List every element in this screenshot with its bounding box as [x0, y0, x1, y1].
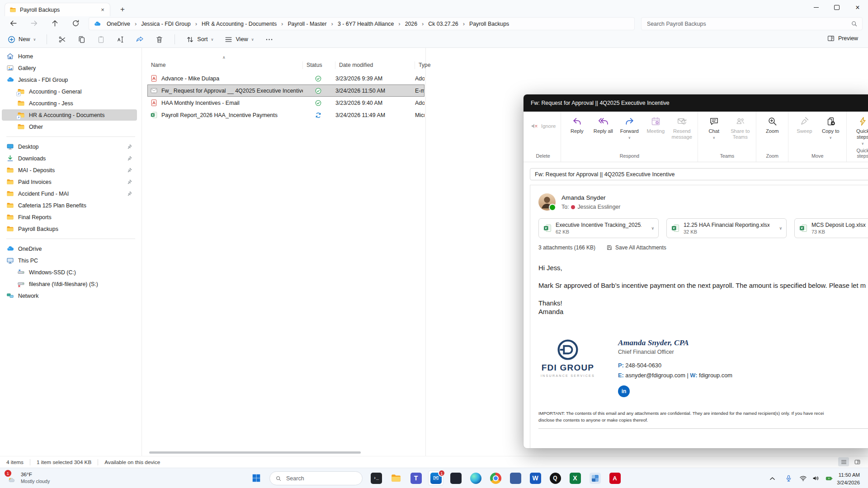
- sidebar-item-cafeteria-125-plan-benefits[interactable]: Cafeteria 125 Plan Benefits: [2, 200, 137, 211]
- signature-email[interactable]: asnyder@fdigroup.com: [625, 372, 685, 379]
- refresh-button[interactable]: [70, 18, 81, 29]
- sidebar-item-gallery[interactable]: Gallery: [2, 62, 137, 74]
- breadcrumb-item-2026[interactable]: 2026: [403, 20, 420, 28]
- volume-icon[interactable]: [812, 474, 820, 482]
- taskbar-app-teams-icon[interactable]: T: [409, 471, 423, 485]
- recipient-name[interactable]: Jessica Esslinger: [577, 204, 620, 210]
- chevron-down-icon[interactable]: ∨: [651, 226, 654, 230]
- taskbar-app-app-blue-icon[interactable]: [508, 471, 523, 485]
- sidebar-item-fileshare-fdi-fileshare-s[interactable]: fileshare (\\fdi-fileshare) (S:): [2, 278, 137, 290]
- breadcrumb-item-payroll-backups[interactable]: Payroll Backups: [467, 20, 511, 28]
- sidebar-item-hr-accounting-documents[interactable]: ↗HR & Accounting - Documents: [2, 109, 137, 121]
- sidebar-item-this-pc[interactable]: This PC: [2, 255, 137, 266]
- hidden-icons-chevron[interactable]: [769, 475, 776, 483]
- taskbar-app-app-dark-icon[interactable]: [448, 471, 463, 485]
- back-button[interactable]: [7, 18, 19, 29]
- up-button[interactable]: [49, 18, 61, 29]
- sender-name[interactable]: Amanda Snyder: [561, 194, 620, 201]
- file-row-fw-request-for-approval-4q2025-executive-incentive[interactable]: Fw_ Request for Approval __ 4Q2025 Execu…: [147, 84, 425, 97]
- view-details-toggle[interactable]: [852, 457, 863, 466]
- sidebar-item-accident-fund-mai[interactable]: Accident Fund - MAI: [2, 188, 137, 199]
- column-header-type[interactable]: Type: [415, 61, 430, 69]
- taskbar-app-acrobat-icon[interactable]: A: [608, 471, 622, 485]
- sidebar-item-accounting-jess[interactable]: Accounting - Jess: [2, 98, 137, 109]
- new-tab-button[interactable]: +: [117, 4, 128, 15]
- ribbon-reply-all-button[interactable]: Reply all: [590, 116, 616, 134]
- breadcrumb-item-onedrive[interactable]: OneDrive: [104, 20, 132, 28]
- column-header-status[interactable]: Status: [303, 61, 335, 69]
- sidebar-item-home[interactable]: Home: [2, 51, 137, 62]
- share-button[interactable]: [136, 35, 144, 44]
- file-row-advance-mike-dulapa[interactable]: Advance - Mike Dulapa3/23/2026 9:39 AMAd…: [147, 72, 425, 84]
- cut-button[interactable]: [58, 35, 66, 44]
- sidebar-item-desktop[interactable]: Desktop: [2, 141, 137, 152]
- pane-divider[interactable]: [142, 48, 142, 456]
- chevron-down-icon[interactable]: ∨: [779, 226, 782, 230]
- search-input[interactable]: [646, 20, 851, 28]
- taskbar-app-file-explorer-icon[interactable]: [389, 471, 403, 485]
- attachment-12-25-haa-financial-reporting-xlsx[interactable]: 12.25 HAA Financial Reporting.xlsx32 KB∨: [666, 218, 787, 238]
- preview-pane-divider[interactable]: [425, 48, 426, 456]
- wifi-icon[interactable]: [799, 474, 807, 482]
- ribbon-forward-button[interactable]: Forward∨: [617, 116, 642, 140]
- sidebar-item-jessica-fdi-group[interactable]: Jessica - FDI Group: [2, 74, 137, 85]
- start-button[interactable]: [251, 473, 261, 483]
- breadcrumb-item-ck-03-27-26[interactable]: Ck 03.27.26: [426, 20, 460, 28]
- sidebar-item-onedrive[interactable]: OneDrive: [2, 243, 137, 254]
- ribbon-chat-button[interactable]: Chat∨: [701, 116, 726, 140]
- sort-button[interactable]: Sort ∨: [186, 35, 213, 44]
- breadcrumb-item-jessica-fdi-group[interactable]: Jessica - FDI Group: [139, 20, 193, 28]
- explorer-tab[interactable]: Payroll Backups ×: [5, 3, 110, 16]
- sidebar-item-downloads[interactable]: Downloads: [2, 153, 137, 164]
- file-row-haa-monthly-incentives-email[interactable]: HAA Monthly Incentives - Email3/23/2026 …: [147, 97, 425, 109]
- taskbar-app-edge-icon[interactable]: [468, 471, 483, 485]
- taskbar-clock[interactable]: 11:50 AM 3/24/2026: [837, 471, 860, 486]
- rename-button[interactable]: [116, 35, 125, 44]
- sidebar-item-windows-ssd-c[interactable]: Windows-SSD (C:): [2, 267, 137, 278]
- signature-website[interactable]: fdigroup.com: [699, 372, 732, 379]
- taskbar-app-word-icon[interactable]: W: [528, 471, 542, 485]
- preview-toggle-button[interactable]: Preview: [827, 34, 858, 42]
- sidebar-item-accounting-general[interactable]: ↗Accounting - General: [2, 86, 137, 97]
- sidebar-item-mai-deposits[interactable]: MAI - Deposits: [2, 164, 137, 176]
- battery-icon[interactable]: [824, 475, 835, 482]
- view-button[interactable]: View ∨: [224, 35, 254, 44]
- delete-button[interactable]: [155, 35, 164, 44]
- forward-button[interactable]: [28, 18, 40, 29]
- breadcrumb-item-payroll-master[interactable]: Payroll - Master: [285, 20, 329, 28]
- view-list-toggle[interactable]: [838, 457, 849, 466]
- sidebar-item-final-reports[interactable]: Final Reports: [2, 211, 137, 223]
- sidebar-item-paid-invoices[interactable]: Paid Invoices: [2, 176, 137, 188]
- taskbar-app-excel-icon[interactable]: X: [568, 471, 582, 485]
- taskbar-app-chrome-icon[interactable]: [488, 471, 503, 485]
- paste-button[interactable]: [97, 35, 105, 44]
- taskbar-app-outlook-icon[interactable]: ✉1: [429, 471, 443, 485]
- window-minimize-button[interactable]: [806, 0, 826, 15]
- save-all-attachments-button[interactable]: Save All Attachments: [606, 244, 666, 251]
- sidebar-item-payroll-backups[interactable]: Payroll Backups: [2, 223, 137, 235]
- tab-close-icon[interactable]: ×: [98, 5, 107, 14]
- attachment-executive-incentive-tracking-2025[interactable]: Executive Incentive Tracking_2025....62 …: [538, 218, 659, 238]
- microphone-icon[interactable]: [785, 474, 793, 482]
- attachment-mcs-deposit-log-xlsx[interactable]: MCS Deposit Log.xlsx73 KB∨: [794, 218, 868, 238]
- horizontal-scrollbar[interactable]: [149, 451, 361, 454]
- ribbon-reply-button[interactable]: Reply: [564, 116, 590, 134]
- column-header-name[interactable]: Name: [147, 61, 303, 69]
- taskbar-app-terminal-icon[interactable]: ›_: [369, 471, 383, 485]
- taskbar-search-box[interactable]: [269, 471, 363, 485]
- taskbar-search-input[interactable]: [285, 475, 357, 482]
- window-close-button[interactable]: ×: [847, 0, 868, 15]
- ribbon-copy-to-button[interactable]: Copy to∨: [818, 116, 843, 140]
- sidebar-item-other[interactable]: Other: [2, 121, 137, 132]
- weather-widget[interactable]: 1 36°F Mostly cloudy: [5, 470, 50, 485]
- file-row-payroll-report-2026-haa-incentive-payments[interactable]: Payroll Report_2026 HAA_Incentive Paymen…: [147, 109, 425, 121]
- new-button[interactable]: New ∨: [7, 35, 36, 44]
- linkedin-icon[interactable]: in: [618, 385, 630, 397]
- breadcrumb-item-3-6y7-health-alliance[interactable]: 3 - 6Y7 Health Alliance: [335, 20, 396, 28]
- taskbar-app-app-grid-icon[interactable]: [588, 471, 602, 485]
- outlook-title-bar[interactable]: Fw: Request for Approval || 4Q2025 Execu…: [524, 94, 868, 112]
- explorer-search-box[interactable]: [641, 17, 863, 30]
- message-subject-field[interactable]: Fw: Request for Approval || 4Q2025 Execu…: [530, 168, 868, 180]
- taskbar-app-app-circle-icon[interactable]: Q: [548, 471, 562, 485]
- sender-avatar[interactable]: [538, 193, 556, 211]
